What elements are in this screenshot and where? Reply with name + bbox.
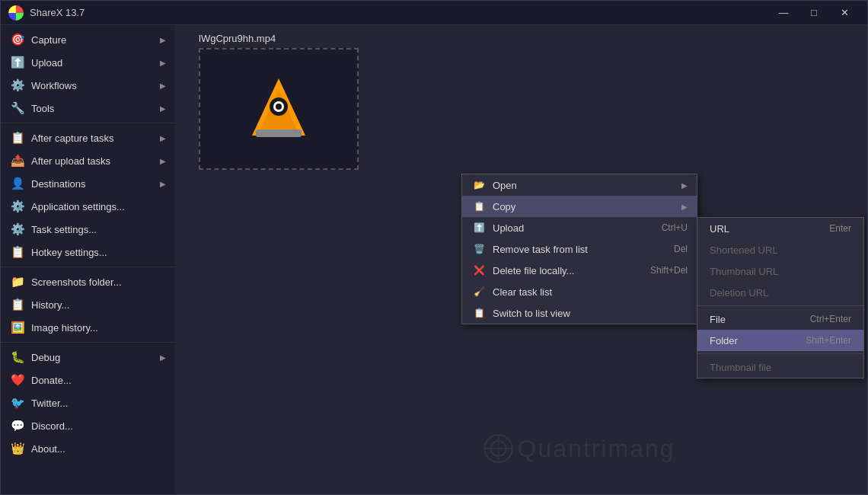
ctx-open[interactable]: 📂 Open ▶ [462, 174, 697, 196]
sidebar-item-workflows[interactable]: ⚙️ Workflows ▶ [1, 74, 175, 97]
vlc-thumbnail-icon [248, 75, 309, 143]
sidebar-label-capture: Capture [31, 34, 66, 46]
sidebar-item-debug[interactable]: 🐛 Debug ▶ [1, 346, 175, 369]
app-logo [8, 5, 24, 21]
discord-icon: 💬 [10, 418, 25, 433]
sidebar: 🎯 Capture ▶ ⬆️ Upload ▶ ⚙️ Workflows ▶ 🔧… [1, 25, 176, 494]
chevron-right-icon: ▶ [160, 59, 166, 67]
about-icon: 👑 [10, 441, 25, 456]
svg-point-5 [276, 104, 282, 110]
ctx-clear-task-label: Clear task list [493, 286, 552, 298]
sidebar-label-about: About... [31, 443, 65, 455]
ctx-delete-file-label: Delete file locally... [493, 265, 574, 276]
file-name: lWgCpru9hh.mp4 [199, 33, 359, 44]
twitter-icon: 🐦 [10, 395, 25, 410]
hotkey-settings-icon: 📋 [10, 244, 25, 260]
sidebar-item-hotkey-settings[interactable]: 📋 Hotkey settings... [1, 241, 175, 263]
sidebar-item-upload[interactable]: ⬆️ Upload ▶ [1, 51, 175, 74]
copy-submenu-sep-1 [697, 305, 863, 306]
ctx-remove-task[interactable]: 🗑️ Remove task from list Del [462, 238, 697, 260]
copy-shortened-url[interactable]: Shortened URL [697, 239, 863, 260]
sidebar-item-discord[interactable]: 💬 Discord... [1, 414, 175, 437]
sidebar-item-history[interactable]: 📋 History... [1, 293, 175, 316]
sidebar-item-destinations[interactable]: 👤 Destinations ▶ [1, 172, 175, 195]
file-item: lWgCpru9hh.mp4 [199, 33, 359, 170]
window-controls: — □ ✕ [768, 1, 860, 25]
clear-task-icon: 🧹 [471, 284, 487, 299]
ctx-open-label: Open [493, 180, 517, 191]
watermark-text: Quantrimang [518, 435, 675, 463]
main-window: ShareX 13.7 — □ ✕ 🎯 Capture ▶ ⬆️ Upload … [0, 0, 868, 495]
copy-file-shortcut: Ctrl+Enter [810, 314, 851, 324]
sidebar-item-app-settings[interactable]: ⚙️ Application settings... [1, 195, 175, 218]
image-history-icon: 🖼️ [10, 320, 25, 335]
minimize-button[interactable]: — [768, 1, 799, 25]
destinations-icon: 👤 [10, 176, 25, 191]
copy-thumbnail-url-label: Thumbnail URL [710, 266, 778, 277]
ctx-delete-file[interactable]: ❌ Delete file locally... Shift+Del [462, 260, 697, 281]
task-settings-icon: ⚙️ [10, 222, 25, 237]
sidebar-label-task-settings: Task settings... [31, 224, 97, 235]
copy-url-label: URL [710, 223, 729, 235]
sidebar-item-donate[interactable]: ❤️ Donate... [1, 369, 175, 391]
copy-thumbnail-file-label: Thumbnail file [710, 362, 771, 373]
maximize-button[interactable]: □ [799, 1, 829, 25]
copy-thumbnail-url[interactable]: Thumbnail URL [697, 260, 863, 282]
sidebar-label-after-upload: After upload tasks [31, 155, 110, 167]
sidebar-item-task-settings[interactable]: ⚙️ Task settings... [1, 218, 175, 241]
ctx-upload-label: Upload [493, 222, 524, 234]
sidebar-label-upload: Upload [31, 57, 62, 69]
tools-icon: 🔧 [10, 101, 25, 116]
sidebar-item-after-upload[interactable]: 📤 After upload tasks ▶ [1, 149, 175, 172]
sidebar-item-image-history[interactable]: 🖼️ Image history... [1, 316, 175, 339]
watermark: Quantrimang [483, 433, 675, 464]
copy-thumbnail-file[interactable]: Thumbnail file [697, 356, 863, 378]
sidebar-item-after-capture[interactable]: 📋 After capture tasks ▶ [1, 126, 175, 149]
ctx-copy-label: Copy [493, 201, 515, 212]
sidebar-item-tools[interactable]: 🔧 Tools ▶ [1, 97, 175, 120]
watermark-logo-icon [483, 433, 514, 464]
file-thumbnail [199, 48, 359, 170]
ctx-remove-task-shortcut: Del [674, 244, 688, 254]
sidebar-separator-2 [1, 267, 175, 267]
sidebar-separator-3 [1, 342, 175, 343]
sidebar-label-destinations: Destinations [31, 178, 86, 190]
capture-icon: 🎯 [10, 32, 25, 47]
copy-deletion-url-label: Deletion URL [710, 287, 768, 299]
sidebar-item-capture[interactable]: 🎯 Capture ▶ [1, 28, 175, 51]
ctx-copy[interactable]: 📋 Copy ▶ URL Enter Shortened URL [462, 196, 697, 217]
copy-folder[interactable]: Folder Shift+Enter [697, 330, 863, 351]
chevron-right-icon: ▶ [160, 180, 166, 188]
copy-url[interactable]: URL Enter [697, 218, 863, 239]
sidebar-label-donate: Donate... [31, 375, 72, 386]
workflows-icon: ⚙️ [10, 78, 25, 93]
copy-file[interactable]: File Ctrl+Enter [697, 308, 863, 330]
ctx-delete-file-shortcut: Shift+Del [650, 265, 688, 276]
sidebar-item-about[interactable]: 👑 About... [1, 437, 175, 460]
chevron-right-icon: ▶ [160, 353, 166, 362]
ctx-upload[interactable]: ⬆️ Upload Ctrl+U [462, 217, 697, 238]
ctx-clear-task[interactable]: 🧹 Clear task list [462, 281, 697, 302]
close-button[interactable]: ✕ [829, 1, 860, 25]
sidebar-label-hotkey-settings: Hotkey settings... [31, 247, 107, 258]
debug-icon: 🐛 [10, 350, 25, 365]
sidebar-label-tools: Tools [31, 103, 54, 114]
copy-submenu-sep-2 [697, 353, 863, 354]
copy-folder-shortcut: Shift+Enter [806, 335, 851, 346]
after-capture-icon: 📋 [10, 130, 25, 145]
copy-deletion-url[interactable]: Deletion URL [697, 282, 863, 303]
sidebar-item-screenshots-folder[interactable]: 📁 Screenshots folder... [1, 270, 175, 293]
chevron-right-icon: ▶ [160, 104, 166, 113]
sidebar-label-debug: Debug [31, 352, 60, 363]
sidebar-label-discord: Discord... [31, 420, 73, 432]
svg-rect-2 [256, 129, 302, 137]
ctx-switch-view[interactable]: 📋 Switch to list view [462, 302, 697, 324]
upload-icon: ⬆️ [10, 55, 25, 70]
copy-folder-label: Folder [710, 335, 738, 346]
context-menu: 📂 Open ▶ 📋 Copy ▶ URL Enter [461, 174, 697, 324]
screenshots-folder-icon: 📁 [10, 274, 25, 289]
donate-icon: ❤️ [10, 372, 25, 388]
switch-view-icon: 📋 [471, 305, 487, 321]
sidebar-item-twitter[interactable]: 🐦 Twitter... [1, 391, 175, 414]
ctx-switch-view-label: Switch to list view [493, 308, 570, 319]
